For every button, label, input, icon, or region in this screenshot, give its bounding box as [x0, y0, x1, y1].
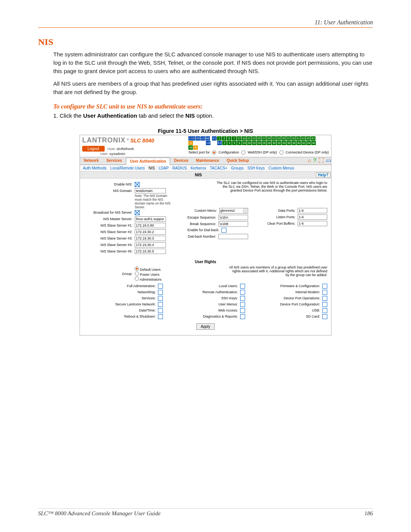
port-u1[interactable]: U1 — [201, 136, 205, 141]
port-32[interactable]: 32 — [277, 141, 281, 145]
web-access-checkbox[interactable] — [240, 308, 245, 313]
port-24[interactable]: 24 — [257, 141, 261, 145]
subtab-ldap[interactable]: LDAP — [159, 166, 169, 170]
port-26[interactable]: 26 — [262, 141, 266, 145]
remote-auth-checkbox[interactable] — [240, 290, 245, 295]
port-1[interactable]: 1 — [217, 136, 221, 141]
tab-devices[interactable]: Devices — [170, 157, 192, 165]
port-29[interactable]: 29 — [266, 136, 271, 141]
port-47[interactable]: 47 — [311, 136, 315, 141]
port-b[interactable]: B — [193, 145, 198, 150]
port-40[interactable]: 40 — [296, 141, 301, 145]
port-42[interactable]: 42 — [301, 141, 306, 145]
radio-power-users[interactable] — [135, 272, 139, 276]
port-46[interactable]: 46 — [311, 141, 316, 145]
subtab-tacacs[interactable]: TACACS+ — [210, 166, 227, 170]
break-seq-input[interactable] — [218, 221, 248, 227]
port-33[interactable]: 33 — [276, 136, 281, 141]
apply-button[interactable]: Apply — [196, 323, 214, 330]
sd-card-checkbox[interactable] — [322, 314, 327, 319]
radio-administrators[interactable] — [135, 276, 139, 281]
subtab-custom-menus[interactable]: Custom Menus — [269, 166, 294, 170]
port-36[interactable]: 36 — [287, 141, 291, 145]
port-e2[interactable]: E2 — [217, 141, 222, 145]
slave1-input[interactable] — [135, 223, 166, 228]
port-md[interactable]: MD — [206, 136, 210, 141]
port-25[interactable]: 25 — [256, 136, 261, 141]
slave3-input[interactable] — [135, 236, 166, 241]
nis-domain-input[interactable] — [135, 188, 166, 193]
tab-user-authentication[interactable]: User Authentication — [126, 158, 170, 165]
port-u2[interactable]: U2 — [206, 141, 210, 145]
tab-quick-setup[interactable]: Quick Setup — [223, 157, 253, 165]
port-39[interactable]: 39 — [291, 136, 296, 141]
internal-modem-checkbox[interactable] — [322, 290, 327, 295]
local-users-checkbox[interactable] — [240, 284, 245, 289]
port-a[interactable]: A — [188, 141, 193, 145]
subtab-local-remote-users[interactable]: Local/Remote Users — [110, 166, 145, 170]
port-17[interactable]: 17 — [237, 136, 241, 141]
slave4-input[interactable] — [135, 242, 166, 248]
secure-lantronix-checkbox[interactable] — [158, 302, 163, 307]
device-port-ops-checkbox[interactable] — [322, 296, 327, 301]
port-20[interactable]: 20 — [247, 141, 252, 145]
services-checkbox[interactable] — [158, 296, 163, 301]
slave2-input[interactable] — [135, 229, 166, 235]
port-37[interactable]: 37 — [286, 136, 291, 141]
master-server-input[interactable] — [135, 216, 166, 222]
port-3[interactable]: 3 — [222, 136, 226, 141]
subtab-groups[interactable]: Groups — [231, 166, 244, 170]
subtab-auth-methods[interactable]: Auth Methods — [83, 166, 107, 170]
broadcast-checkbox[interactable] — [135, 210, 140, 215]
port-23[interactable]: 23 — [252, 136, 256, 141]
slave5-input[interactable] — [135, 249, 166, 254]
full-admin-checkbox[interactable] — [158, 284, 163, 289]
subtab-kerberos[interactable]: Kerberos — [191, 166, 206, 170]
reboot-shutdown-checkbox[interactable] — [158, 314, 163, 319]
port-44[interactable]: 44 — [306, 141, 311, 145]
custom-menu-dropdown[interactable]: glennnis2v — [219, 208, 248, 214]
subtab-nis[interactable]: NIS — [148, 166, 155, 170]
device-port-config-checkbox[interactable] — [322, 302, 327, 307]
enable-nis-checkbox[interactable] — [135, 182, 140, 187]
subtab-ssh-keys[interactable]: SSH Keys — [247, 166, 265, 170]
port-22[interactable]: 22 — [252, 141, 256, 145]
radio-connected-device[interactable] — [279, 150, 284, 155]
port-48[interactable]: 48 — [188, 145, 193, 150]
radio-webssh[interactable] — [241, 150, 245, 155]
escape-seq-input[interactable] — [218, 215, 248, 220]
port-7[interactable]: 7 — [232, 136, 236, 141]
dialback-enable-checkbox[interactable] — [221, 228, 226, 233]
tab-maintenance[interactable]: Maintenance — [192, 157, 223, 165]
port-2[interactable]: 2 — [222, 141, 227, 145]
ssh-keys-checkbox[interactable] — [240, 296, 245, 301]
tab-services[interactable]: Services — [102, 157, 126, 165]
subtab-radius[interactable]: RADIUS — [172, 166, 187, 170]
listen-ports-input[interactable] — [298, 214, 327, 220]
port-38[interactable]: 38 — [292, 141, 296, 145]
port-45[interactable]: 45 — [306, 136, 311, 141]
radio-configuration[interactable] — [212, 150, 216, 155]
home-icon[interactable]: ⌂ — [308, 157, 311, 165]
firmware-config-checkbox[interactable] — [322, 284, 327, 289]
clear-port-buffers-input[interactable] — [298, 221, 327, 226]
help-link[interactable]: Help? — [316, 173, 330, 177]
networking-checkbox[interactable] — [158, 290, 163, 295]
tab-network[interactable]: Network — [80, 157, 102, 165]
port-28[interactable]: 28 — [267, 141, 271, 145]
port-30[interactable]: 30 — [272, 141, 276, 145]
port-27[interactable]: 27 — [261, 136, 266, 141]
port-19[interactable]: 19 — [242, 136, 246, 141]
port-34[interactable]: 34 — [282, 141, 286, 145]
date-time-checkbox[interactable] — [158, 308, 163, 313]
radio-default-users[interactable] — [135, 267, 139, 271]
port-18[interactable]: 18 — [242, 141, 247, 145]
port-lcd[interactable]: LCD — [188, 136, 195, 141]
dialback-number-input[interactable] — [218, 234, 248, 239]
data-ports-input[interactable] — [298, 208, 327, 213]
user-menus-checkbox[interactable] — [240, 302, 245, 307]
port-e1[interactable]: E1 — [212, 136, 217, 141]
port-sd[interactable]: SD — [196, 136, 200, 141]
port-43[interactable]: 43 — [301, 136, 306, 141]
help-icon[interactable]: ? — [313, 157, 316, 165]
